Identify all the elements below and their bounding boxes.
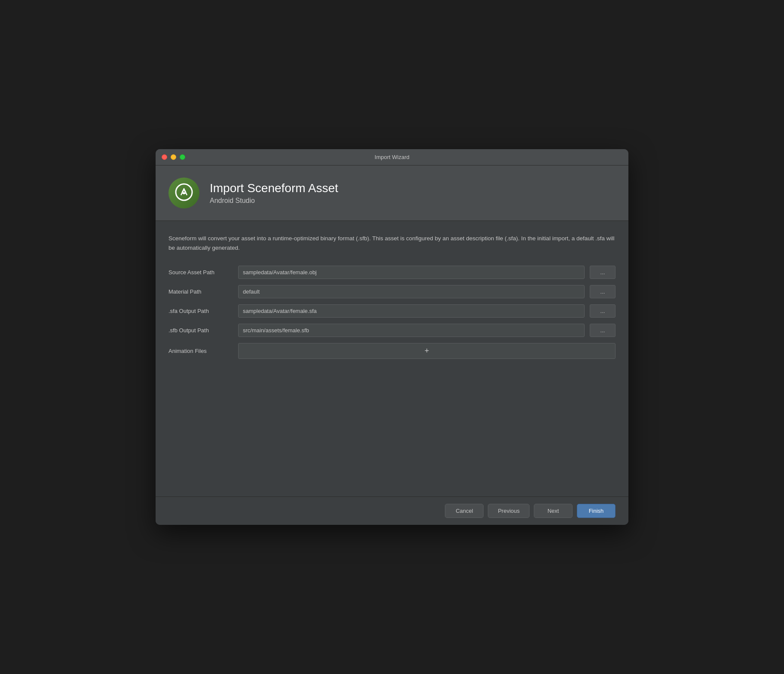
- header-section: Import Sceneform Asset Android Studio: [156, 165, 628, 221]
- form-section: Source Asset Path ... Material Path ... …: [168, 266, 616, 359]
- traffic-lights: [162, 154, 185, 160]
- logo-circle: [168, 178, 199, 208]
- close-button[interactable]: [162, 154, 167, 160]
- titlebar: Import Wizard: [156, 149, 628, 165]
- next-button[interactable]: Next: [534, 504, 573, 518]
- description-text: Sceneform will convert your asset into a…: [168, 234, 616, 252]
- source-asset-browse-button[interactable]: ...: [590, 266, 616, 279]
- animation-files-row: Animation Files +: [168, 343, 616, 359]
- sfa-output-label: .sfa Output Path: [168, 308, 233, 314]
- animation-files-label: Animation Files: [168, 348, 233, 354]
- wizard-subtitle: Android Studio: [210, 197, 338, 205]
- material-path-label: Material Path: [168, 288, 233, 295]
- import-wizard-window: Import Wizard Import Sceneform Asset And…: [156, 149, 628, 524]
- previous-button[interactable]: Previous: [488, 504, 530, 518]
- svg-point-2: [184, 191, 185, 193]
- cancel-button[interactable]: Cancel: [445, 504, 484, 518]
- source-asset-label: Source Asset Path: [168, 269, 233, 276]
- maximize-button[interactable]: [180, 154, 185, 160]
- footer: Cancel Previous Next Finish: [156, 496, 628, 525]
- sfb-output-label: .sfb Output Path: [168, 327, 233, 334]
- material-path-browse-button[interactable]: ...: [590, 285, 616, 298]
- main-content: Sceneform will convert your asset into a…: [156, 221, 628, 367]
- sfb-output-row: .sfb Output Path ...: [168, 324, 616, 337]
- material-path-row: Material Path ...: [168, 285, 616, 298]
- sfa-output-browse-button[interactable]: ...: [590, 304, 616, 318]
- sfb-output-input[interactable]: [238, 324, 585, 337]
- wizard-title: Import Sceneform Asset: [210, 181, 338, 195]
- android-studio-icon: [175, 183, 193, 203]
- source-asset-input[interactable]: [238, 266, 585, 279]
- sfa-output-row: .sfa Output Path ...: [168, 304, 616, 318]
- source-asset-row: Source Asset Path ...: [168, 266, 616, 279]
- window-title: Import Wizard: [375, 154, 410, 160]
- header-text: Import Sceneform Asset Android Studio: [210, 181, 338, 205]
- sfa-output-input[interactable]: [238, 304, 585, 318]
- sfb-output-browse-button[interactable]: ...: [590, 324, 616, 337]
- finish-button[interactable]: Finish: [577, 504, 616, 518]
- minimize-button[interactable]: [171, 154, 176, 160]
- animation-add-button[interactable]: +: [238, 343, 616, 359]
- material-path-input[interactable]: [238, 285, 585, 298]
